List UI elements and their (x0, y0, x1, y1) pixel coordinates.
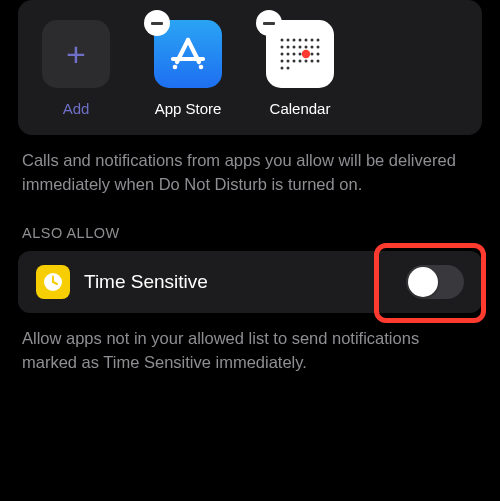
svg-point-12 (281, 46, 284, 49)
svg-point-20 (287, 53, 290, 56)
remove-app-badge[interactable] (144, 10, 170, 36)
svg-point-15 (299, 46, 302, 49)
svg-point-31 (317, 60, 320, 63)
svg-point-13 (287, 46, 290, 49)
toggle-knob (408, 267, 438, 297)
svg-point-21 (293, 53, 296, 56)
calendar-grid-icon (274, 28, 326, 80)
also-allow-header: ALSO ALLOW (0, 225, 500, 241)
svg-point-24 (317, 53, 320, 56)
svg-point-16 (305, 46, 308, 49)
allowed-apps-description: Calls and notifications from apps you al… (0, 149, 500, 197)
svg-point-22 (299, 53, 302, 56)
appstore-a-icon (166, 32, 210, 76)
svg-point-34 (302, 50, 310, 58)
svg-point-28 (299, 60, 302, 63)
svg-point-25 (281, 60, 284, 63)
svg-point-6 (287, 39, 290, 42)
allowed-apps-card: + Add App Store (18, 0, 482, 135)
svg-point-32 (281, 67, 284, 70)
svg-point-33 (287, 67, 290, 70)
allowed-app-calendar[interactable]: Calendar (260, 20, 340, 117)
svg-point-10 (311, 39, 314, 42)
time-sensitive-description: Allow apps not in your allowed list to s… (0, 327, 500, 375)
time-sensitive-toggle[interactable] (406, 265, 464, 299)
remove-app-badge[interactable] (256, 10, 282, 36)
allowed-app-appstore[interactable]: App Store (148, 20, 228, 117)
svg-point-4 (199, 65, 204, 70)
time-sensitive-row-wrap: Time Sensitive (18, 251, 482, 313)
svg-point-14 (293, 46, 296, 49)
svg-point-30 (311, 60, 314, 63)
time-sensitive-row[interactable]: Time Sensitive (18, 251, 482, 313)
time-sensitive-title: Time Sensitive (84, 271, 392, 293)
svg-point-8 (299, 39, 302, 42)
app-label: App Store (155, 100, 222, 117)
add-app-button[interactable]: + Add (36, 20, 116, 117)
app-label: Calendar (270, 100, 331, 117)
plus-icon: + (66, 37, 86, 71)
svg-point-23 (311, 53, 314, 56)
add-label: Add (63, 100, 90, 117)
svg-point-26 (287, 60, 290, 63)
svg-point-3 (173, 65, 178, 70)
add-tile: + (42, 20, 110, 88)
svg-point-18 (317, 46, 320, 49)
svg-point-29 (305, 60, 308, 63)
svg-point-27 (293, 60, 296, 63)
svg-point-9 (305, 39, 308, 42)
svg-point-11 (317, 39, 320, 42)
svg-point-5 (281, 39, 284, 42)
clock-icon (36, 265, 70, 299)
svg-point-17 (311, 46, 314, 49)
svg-point-19 (281, 53, 284, 56)
svg-point-7 (293, 39, 296, 42)
